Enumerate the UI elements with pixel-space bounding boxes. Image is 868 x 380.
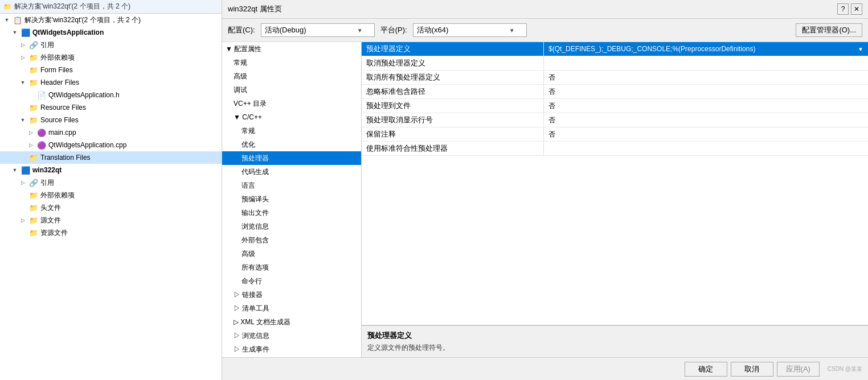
arrow-icon: ▼ — [10, 30, 19, 35]
prop-row[interactable]: 取消所有预处理器定义否 — [362, 71, 868, 85]
item-icon: 📁 — [28, 216, 39, 225]
item-icon: 🔗 — [28, 178, 39, 187]
config-tree-item-preprocessor[interactable]: 预处理器 — [222, 151, 361, 165]
config-item-label: 优化 — [241, 140, 255, 150]
config-tree-item-browseinfo[interactable]: 浏览信息 — [222, 220, 361, 233]
prop-value-text: 否 — [548, 73, 555, 82]
prop-value-text: 否 — [548, 130, 555, 139]
config-tree-item-language[interactable]: 语言 — [222, 179, 361, 192]
config-tree-item-browseinfo2[interactable]: ▷ 浏览信息 — [222, 329, 361, 342]
prop-row[interactable]: 忽略标准包含路径否 — [362, 85, 868, 99]
config-tree-item-config-props[interactable]: ▼ 配置属性 — [222, 42, 361, 56]
config-tree-item-vcpp-dirs[interactable]: VC++ 目录 — [222, 97, 361, 110]
item-icon: 📁 — [28, 78, 39, 87]
solution-tree-item-maincpp[interactable]: ▷🟣main.cpp — [0, 126, 222, 139]
ok-button[interactable]: 确定 — [685, 362, 727, 377]
config-tree-item-cmdline[interactable]: 命令行 — [222, 274, 361, 288]
arrow-icon: ▷ — [18, 180, 27, 185]
prop-value-text: $(Qt_DEFINES_);_DEBUG;_CONSOLE;%(Preproc… — [548, 45, 755, 53]
config-item-label: ▷ 生成事件 — [234, 345, 269, 354]
config-tree-item-codegen[interactable]: 代码生成 — [222, 165, 361, 179]
solution-tree-item-ref2[interactable]: ▷🔗引用 — [0, 176, 222, 189]
item-icon: 📁 — [28, 65, 39, 75]
config-tree-item-cleantool[interactable]: ▷ 清单工具 — [222, 301, 361, 315]
solution-tree-item-resourcefiles[interactable]: 📁Resource Files — [0, 101, 222, 114]
prop-value: 否 — [544, 127, 868, 141]
item-label: Resource Files — [40, 104, 86, 111]
dialog-title: win322qt 属性页 — [228, 4, 282, 14]
config-item-label: 常规 — [234, 58, 247, 68]
prop-name: 预处理到文件 — [362, 99, 544, 113]
config-item-label: ▷ 浏览信息 — [234, 331, 269, 341]
item-label: 引用 — [40, 40, 54, 50]
config-tree-item-outputfiles[interactable]: 输出文件 — [222, 206, 361, 220]
item-label: 源文件 — [40, 216, 61, 225]
solution-tree-item-appcpp[interactable]: ▷🟣QtWidgetsApplication.cpp — [0, 139, 222, 151]
solution-tree-item-headerfiles[interactable]: ▼📁Header Files — [0, 76, 222, 89]
config-select-arrow-icon: ▼ — [357, 27, 363, 34]
config-tree-item-advanced[interactable]: 高级 — [222, 69, 361, 83]
solution-explorer-title: 解决方案'win322qt'(2 个项目，共 2 个) — [14, 2, 130, 11]
solution-tree-item-solution[interactable]: ▼📋解决方案'win322qt'(2 个项目，共 2 个) — [0, 14, 222, 26]
prop-dropdown-icon[interactable]: ▼ — [858, 46, 863, 52]
config-tree: ▼ 配置属性常规高级调试VC++ 目录▼ C/C++常规优化预处理器代码生成语言… — [222, 42, 361, 370]
item-label: Form Files — [40, 66, 73, 74]
props-rows: 预处理器定义$(Qt_DEFINES_);_DEBUG;_CONSOLE;%(P… — [362, 42, 868, 156]
config-tree-item-xmldoc[interactable]: ▷ XML 文档生成器 — [222, 315, 361, 329]
config-tree-item-cpp-general[interactable]: 常规 — [222, 124, 361, 138]
solution-tree-item-translationfiles[interactable]: 📁Translation Files — [0, 151, 222, 164]
config-tree-item-extinclude[interactable]: 外部包含 — [222, 233, 361, 247]
prop-value: 否 — [544, 85, 868, 98]
prop-row[interactable]: 预处理到文件否 — [362, 99, 868, 113]
prop-row[interactable]: 取消预处理器定义 — [362, 56, 868, 71]
solution-explorer-header: 📁 解决方案'win322qt'(2 个项目，共 2 个) — [0, 0, 222, 14]
config-tree-item-linker[interactable]: ▷ 链接器 — [222, 288, 361, 301]
config-tree-item-optimize[interactable]: 优化 — [222, 138, 361, 151]
prop-row[interactable]: 预处理取消显示行号否 — [362, 113, 868, 127]
config-manager-button[interactable]: 配置管理器(O)... — [796, 23, 862, 37]
prop-row[interactable]: 保留注释否 — [362, 127, 868, 142]
solution-tree-item-project1[interactable]: ▼🟦QtWidgetsApplication — [0, 26, 222, 39]
solution-tree-item-sourcefolder[interactable]: ▷📁源文件 — [0, 214, 222, 226]
config-tree-item-debug[interactable]: 调试 — [222, 83, 361, 97]
prop-value[interactable]: $(Qt_DEFINES_);_DEBUG;_CONSOLE;%(Preproc… — [544, 42, 868, 56]
solution-tree-item-ref1[interactable]: ▷🔗引用 — [0, 39, 222, 51]
config-select[interactable]: 活动(Debug) ▼ — [261, 23, 375, 37]
config-tree-item-cpp[interactable]: ▼ C/C++ — [222, 110, 361, 124]
config-tree-item-precompiled[interactable]: 预编译头 — [222, 192, 361, 206]
close-button[interactable]: ✕ — [851, 3, 862, 15]
solution-tree: ▼📋解决方案'win322qt'(2 个项目，共 2 个)▼🟦QtWidgets… — [0, 14, 222, 239]
config-tree-item-buildevents[interactable]: ▷ 生成事件 — [222, 342, 361, 356]
arrow-icon: ▷ — [26, 130, 35, 135]
solution-tree-item-headerh[interactable]: 📄QtWidgetsApplication.h — [0, 89, 222, 101]
props-table: 预处理器定义$(Qt_DEFINES_);_DEBUG;_CONSOLE;%(P… — [362, 42, 868, 325]
help-button[interactable]: ? — [837, 3, 849, 15]
solution-tree-item-dep2[interactable]: 📁外部依赖项 — [0, 189, 222, 201]
item-label: QtWidgetsApplication — [32, 28, 104, 36]
prop-value-text: 否 — [548, 115, 555, 125]
solution-tree-item-formfiles[interactable]: 📁Form Files — [0, 64, 222, 76]
prop-row[interactable]: 预处理器定义$(Qt_DEFINES_);_DEBUG;_CONSOLE;%(P… — [362, 42, 868, 56]
item-label: main.cpp — [48, 129, 76, 137]
apply-button[interactable]: 应用(A) — [777, 362, 820, 377]
solution-tree-item-project2[interactable]: ▼🟦win322qt — [0, 164, 222, 176]
solution-tree-item-dep1[interactable]: ▷📁外部依赖项 — [0, 51, 222, 64]
arrow-icon: ▼ — [18, 80, 27, 85]
solution-tree-item-sourcefiles[interactable]: ▼📁Source Files — [0, 114, 222, 126]
platform-label: 平台(P): — [380, 25, 407, 35]
config-tree-item-general[interactable]: 常规 — [222, 56, 361, 69]
solution-tree-item-resourcefolder[interactable]: 📁资源文件 — [0, 226, 222, 239]
solution-tree-item-headerfolder[interactable]: 📁头文件 — [0, 201, 222, 214]
item-label: QtWidgetsApplication.h — [48, 91, 120, 99]
config-tree-item-alloptions[interactable]: 所有选项 — [222, 261, 361, 274]
config-tree-item-advanced2[interactable]: 高级 — [222, 247, 361, 261]
arrow-icon: ▷ — [26, 142, 35, 148]
solution-explorer-icon: 📁 — [3, 3, 12, 11]
item-icon: 📋 — [13, 15, 23, 24]
item-label: Header Files — [40, 79, 79, 86]
item-label: QtWidgetsApplication.cpp — [48, 141, 126, 149]
cancel-button[interactable]: 取消 — [731, 362, 773, 377]
arrow-icon: ▷ — [18, 42, 27, 48]
prop-row[interactable]: 使用标准符合性预处理器 — [362, 142, 868, 156]
platform-select[interactable]: 活动(x64) ▼ — [413, 23, 527, 37]
